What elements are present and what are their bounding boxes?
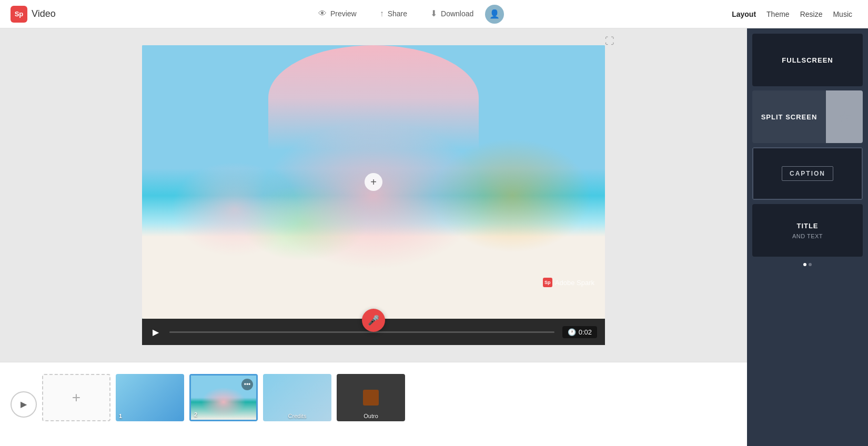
progress-bar[interactable] [169,331,554,333]
play-button[interactable]: ▶ [150,325,162,340]
microphone-button[interactable]: 🎤 [362,309,385,332]
download-button[interactable]: ⬇ Download [419,0,485,28]
fullscreen-icon[interactable]: ⛶ [605,36,614,47]
add-slide-wrapper: + [42,374,110,434]
player-container: ⛶ + Sp Adobe Spark [142,45,605,345]
timeline-outro-wrapper: Outro [337,374,405,434]
clock-icon: 🕐 [568,328,576,336]
timeline-credits[interactable]: Credits [263,374,331,421]
add-slide-button[interactable]: + [42,374,110,421]
timeline-credits-wrapper: Credits [263,374,331,434]
main-area: ⛶ + Sp Adobe Spark [0,28,868,446]
caption-label: CAPTION [782,166,833,181]
preview-button[interactable]: 👁 Preview [307,0,368,28]
outro-label: Outro [337,413,405,419]
panel-scroll-indicator [752,263,863,266]
top-navigation: Sp Video 👁 Preview ↑ Share ⬇ Download 👤 … [0,0,868,28]
content-area: ⛶ + Sp Adobe Spark [0,28,747,446]
preview-icon: 👁 [318,9,327,18]
star-icon: ★ [838,108,851,126]
nav-center-actions: 👁 Preview ↑ Share ⬇ Download 👤 [95,0,716,28]
title-label: TITLE [796,222,818,230]
slide-2-options-button[interactable]: ••• [241,379,253,390]
watermark: Sp Adobe Spark [543,278,594,287]
fullscreen-layout-option[interactable]: FULLSCREEN [752,34,863,86]
timeline-slide-1-wrapper: 1 [116,374,184,434]
share-icon: ↑ [380,9,384,18]
layout-tab[interactable]: Layout [732,10,756,18]
video-display: + Sp Adobe Spark [142,45,605,319]
slide-1-bg [116,374,184,421]
split-screen-label: SPLIT SCREEN [761,113,817,121]
timeline-play-button[interactable]: ▶ [11,391,37,418]
nav-right-tabs: Layout Theme Resize Music [716,10,868,18]
resize-tab[interactable]: Resize [800,10,823,18]
player-wrapper: ⛶ + Sp Adobe Spark [0,28,747,362]
dot-2 [809,263,812,266]
watermark-logo: Sp [543,278,552,287]
music-tab[interactable]: Music [833,10,852,18]
theme-tab[interactable]: Theme [766,10,790,18]
title-layout-option[interactable]: TITLE AND TEXT [752,204,863,257]
add-slide-icon: + [72,389,80,406]
right-panel: FULLSCREEN SPLIT SCREEN ★ CAPTION TITL [747,28,868,446]
brand-logo-area: Sp Video [0,6,95,23]
sp-logo: Sp [11,6,27,23]
title-sublabel: AND TEXT [792,233,823,239]
timeline-slide-1[interactable]: 1 [116,374,184,421]
timeline-outro[interactable]: Outro [337,374,405,421]
split-left-area: SPLIT SCREEN [752,90,826,143]
app-title: Video [32,8,56,19]
timeline-slide-2-wrapper: ••• 2 [189,374,258,434]
split-screen-layout-option[interactable]: SPLIT SCREEN ★ [752,90,863,143]
video-controls: ▶ 🎤 🕐 0:02 [142,319,605,345]
fullscreen-label: FULLSCREEN [782,56,833,64]
outro-icon [363,390,379,406]
add-content-button[interactable]: + [365,173,382,191]
timeline-slide-2[interactable]: ••• 2 [189,374,258,421]
caption-layout-option[interactable]: CAPTION [752,147,863,200]
time-display: 🕐 0:02 [562,326,597,338]
dot-1 [803,263,806,266]
split-right-area: ★ [826,90,863,143]
slide-1-number: 1 [119,413,122,419]
download-icon: ⬇ [430,8,437,18]
user-avatar-button[interactable]: 👤 [485,5,504,24]
share-button[interactable]: ↑ Share [368,0,419,28]
flower-arch [268,45,479,150]
credits-label: Credits [263,413,331,419]
timeline: ▶ + 1 ••• 2 [0,362,747,446]
slide-2-number: 2 [194,411,197,418]
